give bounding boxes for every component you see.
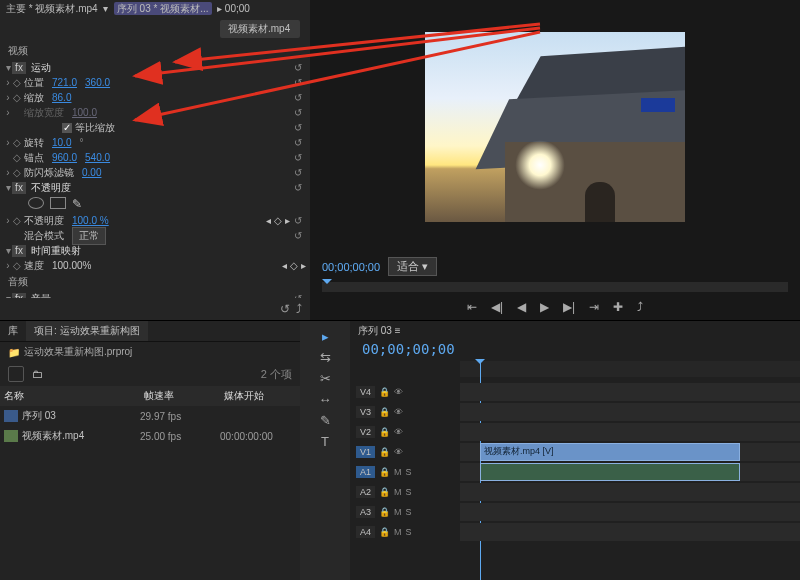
tool-button[interactable]: ↔: [319, 392, 332, 407]
prop-scale-width: ›缩放宽度 100.0↺: [4, 105, 306, 120]
project-item[interactable]: 序列 0329.97 fps: [0, 406, 300, 426]
timeline-clip[interactable]: 视频素材.mp4 [V]: [480, 443, 740, 461]
folder-icon[interactable]: 🗀: [32, 368, 43, 380]
clip-tab[interactable]: 视频素材.mp4: [220, 20, 300, 38]
track[interactable]: V1🔒👁视频素材.mp4 [V]: [350, 443, 800, 461]
transport-button[interactable]: ⇤: [467, 300, 477, 314]
track[interactable]: V2🔒👁: [350, 423, 800, 441]
breadcrumb: 主要 * 视频素材.mp4 ▾ 序列 03 * 视频素材... ▸ 00;00: [0, 0, 310, 18]
program-monitor[interactable]: [310, 0, 800, 253]
export-icon[interactable]: ⤴: [296, 302, 302, 316]
prop-blend-mode[interactable]: 混合模式 正常↺: [4, 228, 306, 243]
prop-antiflicker[interactable]: ›◇防闪烁滤镜 0.00↺: [4, 165, 306, 180]
track[interactable]: V4🔒👁: [350, 383, 800, 401]
prop-speed[interactable]: ›◇速度 100.00%◂ ◇ ▸: [4, 258, 306, 273]
timeline-ruler[interactable]: [460, 361, 800, 377]
transport-button[interactable]: ▶: [540, 300, 549, 314]
prop-rotation[interactable]: ›◇旋转 10.0°↺: [4, 135, 306, 150]
track[interactable]: A2🔒MS: [350, 483, 800, 501]
section-audio: 音频: [4, 273, 306, 291]
ellipse-mask-icon: [28, 197, 44, 209]
effect-time-remap[interactable]: ▾fx时间重映射: [4, 243, 306, 258]
reset-icon[interactable]: ↺: [290, 62, 306, 73]
monitor-scrubber[interactable]: [322, 282, 788, 292]
section-video: 视频: [4, 42, 306, 60]
rect-mask-icon: [50, 197, 66, 209]
track[interactable]: A4🔒MS: [350, 523, 800, 541]
transport-controls[interactable]: ⇤◀|◀▶▶|⇥✚⤴: [310, 294, 800, 320]
timeline-clip[interactable]: [480, 463, 740, 481]
search-icon[interactable]: [8, 366, 24, 382]
project-columns[interactable]: 名称帧速率媒体开始: [0, 386, 300, 406]
tool-button[interactable]: T: [321, 434, 329, 449]
tab-project[interactable]: 项目: 运动效果重新构图: [26, 321, 148, 341]
effect-opacity[interactable]: ▾fx不透明度↺: [4, 180, 306, 195]
transport-button[interactable]: ⤴: [637, 300, 643, 314]
track[interactable]: A1🔒MS: [350, 463, 800, 481]
effect-motion[interactable]: ▾fx运动↺: [4, 60, 306, 75]
effect-volume[interactable]: ▾fx音量↺: [4, 291, 306, 298]
prop-anchor[interactable]: ◇锚点 960.0540.0↺: [4, 150, 306, 165]
transport-button[interactable]: ◀: [517, 300, 526, 314]
project-filename: 📁 运动效果重新构图.prproj: [0, 342, 300, 362]
prop-uniform-scale[interactable]: ✓等比缩放↺: [4, 120, 306, 135]
tool-button[interactable]: ✎: [320, 413, 331, 428]
tool-button[interactable]: ▸: [322, 329, 329, 344]
monitor-timecode[interactable]: 00;00;00;00: [322, 261, 380, 273]
mask-shapes[interactable]: ✎: [4, 195, 306, 213]
transport-button[interactable]: ▶|: [563, 300, 575, 314]
transport-button[interactable]: ✚: [613, 300, 623, 314]
track[interactable]: A3🔒MS: [350, 503, 800, 521]
transport-button[interactable]: ⇥: [589, 300, 599, 314]
track[interactable]: V3🔒👁: [350, 403, 800, 421]
sequence-tab[interactable]: 序列 03: [358, 325, 392, 336]
tool-button[interactable]: ✂: [320, 371, 331, 386]
prop-scale[interactable]: ›◇缩放 86.0↺: [4, 90, 306, 105]
prop-position[interactable]: ›◇位置 721.0360.0↺: [4, 75, 306, 90]
transport-button[interactable]: ◀|: [491, 300, 503, 314]
reset-all-icon[interactable]: ↺: [280, 302, 290, 316]
tab-library[interactable]: 库: [0, 321, 26, 341]
project-item[interactable]: 视频素材.mp425.00 fps00:00:00:00: [0, 426, 300, 446]
timeline-timecode[interactable]: 00;00;00;00: [350, 341, 800, 361]
tool-button[interactable]: ⇆: [320, 350, 331, 365]
zoom-fit-dropdown[interactable]: 适合 ▾: [388, 257, 437, 276]
pen-mask-icon: ✎: [72, 197, 82, 211]
item-count: 2 个项: [261, 367, 292, 382]
